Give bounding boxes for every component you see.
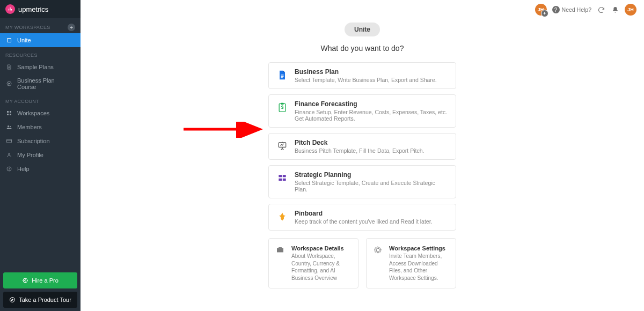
document-icon	[276, 69, 288, 81]
option-title: Strategic Planning	[295, 171, 448, 179]
sidebar-item-unite[interactable]: Unite	[0, 33, 80, 47]
sidebar-item-help[interactable]: Help	[0, 162, 80, 176]
option-title: Finance Forecasting	[295, 100, 448, 108]
svg-point-8	[9, 153, 10, 155]
play-circle-icon	[5, 80, 13, 87]
option-desc: Business Pitch Template, Fill the Data, …	[295, 147, 424, 154]
option-title: Pinboard	[295, 210, 433, 217]
card-title: Workspace Settings	[389, 245, 449, 251]
svg-rect-20	[279, 179, 282, 181]
sidebar-item-subscription[interactable]: Subscription	[0, 134, 80, 148]
sidebar-header-workspaces: MY WORKSPACES +	[0, 18, 80, 33]
sidebar-item-profile[interactable]: My Profile	[0, 148, 80, 162]
svg-rect-15	[281, 103, 284, 105]
workspace-pill: Unite	[345, 23, 380, 36]
option-desc: Select Strategic Template, Create and Ex…	[295, 180, 448, 192]
card-icon	[5, 137, 13, 145]
svg-point-12	[25, 280, 26, 282]
add-workspace-icon[interactable]: +	[68, 24, 75, 31]
option-finance-forecasting[interactable]: $ Finance Forecasting Finance Setup, Ent…	[268, 94, 456, 128]
option-desc: Finance Setup, Enter Revenue, Costs, Exp…	[295, 109, 448, 122]
svg-point-6	[10, 126, 11, 127]
svg-rect-4	[10, 114, 11, 115]
option-title: Pitch Deck	[295, 139, 424, 146]
svg-rect-2	[10, 111, 11, 113]
need-help-button[interactable]: ? Need Help?	[552, 6, 591, 13]
sidebar-item-sample-plans[interactable]: Sample Plans	[0, 60, 80, 74]
option-title: Business Plan	[295, 68, 437, 76]
svg-rect-7	[7, 139, 12, 143]
svg-text:$: $	[281, 105, 284, 110]
help-circle-icon	[5, 165, 13, 173]
sidebar-header-account: MY ACCOUNT	[0, 93, 80, 106]
brand-name: upmetrics	[18, 5, 48, 13]
topbar: JH ? Need Help? JH	[80, 0, 644, 19]
svg-rect-3	[7, 114, 9, 115]
card-desc: Invite Team Members, Access Downloaded F…	[389, 253, 449, 282]
card-workspace-settings[interactable]: Workspace Settings Invite Team Members, …	[366, 238, 456, 288]
workspace-card-row: Workspace Details About Workspace, Count…	[268, 238, 456, 288]
option-desc: Select Template, Write Business Plan, Ex…	[295, 77, 437, 83]
svg-point-11	[23, 278, 27, 283]
option-desc: Keep track of the content you've liked a…	[295, 218, 433, 225]
card-title: Workspace Details	[291, 245, 352, 251]
sidebar-item-workspaces[interactable]: Workspaces	[0, 106, 80, 120]
hire-pro-button[interactable]: Hire a Pro	[3, 272, 77, 288]
option-business-plan[interactable]: Business Plan Select Template, Write Bus…	[268, 62, 456, 89]
sidebar-item-members[interactable]: Members	[0, 120, 80, 134]
svg-rect-18	[279, 175, 282, 177]
svg-rect-21	[283, 179, 286, 181]
option-pitch-deck[interactable]: Pitch Deck Business Pitch Template, Fill…	[268, 133, 456, 160]
strategy-icon	[276, 172, 288, 184]
invite-avatar[interactable]: JH	[535, 4, 547, 16]
sidebar-item-course[interactable]: Business Plan Course	[0, 74, 80, 93]
user-avatar[interactable]: JH	[625, 4, 636, 16]
brand[interactable]: upmetrics	[0, 0, 80, 18]
people-icon	[5, 123, 13, 131]
svg-point-10	[9, 170, 10, 171]
clipboard-dollar-icon: $	[276, 101, 288, 113]
user-icon	[5, 151, 13, 159]
option-pinboard[interactable]: Pinboard Keep track of the content you'v…	[268, 204, 456, 231]
svg-rect-1	[7, 111, 9, 113]
card-desc: About Workspace, Country, Currency & For…	[291, 253, 352, 282]
compass-icon	[9, 297, 16, 303]
sidebar: upmetrics MY WORKSPACES + Unite RESOURCE…	[0, 0, 80, 311]
page-prompt: What do you want to do?	[80, 44, 644, 53]
option-strategic-planning[interactable]: Strategic Planning Select Strategic Temp…	[268, 165, 456, 198]
card-workspace-details[interactable]: Workspace Details About Workspace, Count…	[268, 238, 358, 288]
question-icon: ?	[552, 6, 560, 13]
sidebar-header-resources: RESOURCES	[0, 47, 80, 60]
document-stack-icon	[5, 63, 13, 71]
refresh-icon[interactable]	[597, 5, 605, 14]
gear-icon	[373, 245, 384, 256]
bell-icon[interactable]	[611, 5, 619, 14]
folder-icon	[5, 36, 13, 44]
pin-icon	[276, 211, 288, 223]
target-icon	[22, 277, 28, 284]
briefcase-icon	[275, 245, 286, 256]
presentation-icon	[276, 140, 288, 152]
main-content: Unite What do you want to do? Business P…	[80, 19, 644, 311]
option-list: Business Plan Select Template, Write Bus…	[268, 62, 456, 231]
product-tour-button[interactable]: Take a Product Tour	[3, 292, 77, 308]
sidebar-bottom: Hire a Pro Take a Product Tour	[0, 269, 80, 311]
brand-logo-icon	[5, 4, 15, 14]
svg-point-5	[8, 125, 9, 127]
grid-icon	[5, 109, 13, 117]
svg-rect-19	[283, 175, 286, 177]
